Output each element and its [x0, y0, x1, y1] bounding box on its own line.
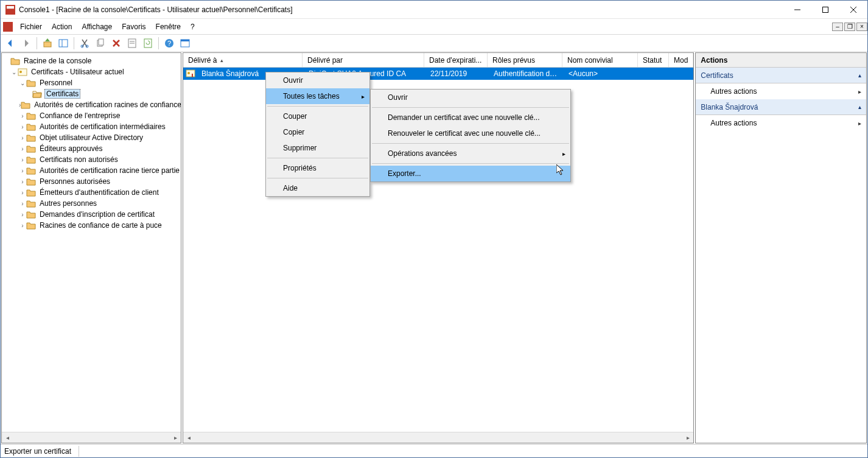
menu-fichier[interactable]: Fichier [15, 21, 47, 33]
ctx-separator [267, 158, 368, 158]
menu-fenetre[interactable]: Fenêtre [151, 21, 186, 33]
list-hscroll[interactable]: ◂▸ [183, 432, 693, 443]
close-button[interactable] [839, 1, 867, 19]
menu-action[interactable]: Action [47, 21, 77, 33]
cert-row[interactable]: Blanka Šnajdrová DigiCert SHA2 Assured I… [183, 68, 693, 80]
submenu-icon: ▸ [858, 120, 861, 127]
minimize-button[interactable] [783, 1, 811, 19]
actions-section-certificats[interactable]: Certificats▴ [696, 68, 866, 83]
ctx-separator [267, 178, 368, 178]
mdi-minimize-button[interactable]: – [832, 23, 843, 31]
tree-item[interactable]: ›Éditeurs approuvés [2, 143, 181, 154]
delete-button[interactable] [109, 37, 124, 50]
tree-item[interactable]: ›Racines de confiance de carte à puce [2, 220, 181, 231]
tree-item[interactable]: ›Confiance de l'entreprise [2, 110, 181, 121]
context-menu-primary: Ouvrir Toutes les tâches Couper Copier S… [265, 72, 370, 197]
mdi-restore-button[interactable]: ❐ [844, 23, 855, 31]
folder-icon [26, 133, 36, 142]
col-expiration[interactable]: Date d'expirati... [424, 53, 488, 67]
tree-certificats[interactable]: Certificats [2, 88, 181, 99]
mdi-close-button[interactable]: × [856, 23, 867, 31]
folder-icon [26, 155, 36, 164]
actions-item-autres-2[interactable]: Autres actions▸ [696, 115, 866, 131]
actions-item-label: Autres actions [710, 119, 757, 127]
tree-hscroll[interactable]: ◂▸ [2, 432, 181, 443]
tree-item-label: Éditeurs approuvés [38, 144, 103, 153]
tree-personnel[interactable]: ⌄ Personnel [2, 77, 181, 88]
copy-button[interactable] [93, 37, 108, 50]
tree-item[interactable]: ›Objet utilisateur Active Directory [2, 132, 181, 143]
maximize-button[interactable] [811, 1, 839, 19]
toolbar: ? [1, 35, 867, 52]
properties-button[interactable] [125, 37, 139, 50]
refresh-button[interactable] [141, 37, 155, 50]
show-hide-tree-button[interactable] [56, 37, 71, 50]
ctx-sub-renouveler[interactable]: Renouveler le certificat avec une nouvel… [371, 125, 570, 141]
export-list-button[interactable] [178, 37, 192, 50]
ctx-copier[interactable]: Copier [266, 124, 369, 140]
tree-item-label: Personnes autorisées [38, 177, 111, 186]
tree-item[interactable]: ›Demandes d'inscription de certificat [2, 209, 181, 220]
svg-rect-1 [823, 7, 828, 12]
menubar: Fichier Action Affichage Favoris Fenêtre… [1, 19, 867, 35]
actions-pane-title: Actions [696, 53, 866, 68]
tree-item[interactable]: ›Certificats non autorisés [2, 154, 181, 165]
actions-pane: Actions Certificats▴ Autres actions▸ Bla… [695, 52, 867, 443]
tree-item[interactable]: ›Personnes autorisées [2, 176, 181, 187]
app-icon [5, 5, 15, 15]
tree-root[interactable]: Racine de la console [2, 55, 181, 66]
ctx-separator [372, 107, 569, 108]
col-statut[interactable]: Statut [638, 53, 669, 67]
ctx-sub-ouvrir[interactable]: Ouvrir [371, 90, 570, 105]
ctx-toutes-les-taches[interactable]: Toutes les tâches [266, 88, 369, 104]
folder-icon [21, 100, 30, 109]
folder-icon [26, 144, 36, 153]
tree-certs-user[interactable]: ⌄ Certificats - Utilisateur actuel [2, 66, 181, 77]
ctx-sub-demander[interactable]: Demander un certificat avec une nouvelle… [371, 110, 570, 125]
up-button[interactable] [40, 37, 55, 50]
actions-item-autres-1[interactable]: Autres actions▸ [696, 83, 866, 99]
list-header: Délivré à Délivré par Date d'expirati...… [183, 53, 693, 68]
folder-icon [26, 210, 36, 219]
folder-icon [26, 122, 36, 131]
tree-root-label: Racine de la console [23, 57, 93, 65]
tree-item[interactable]: ›Autorités de certification racines de c… [2, 99, 181, 110]
actions-section-subject[interactable]: Blanka Šnajdrová▴ [696, 99, 866, 115]
cell-nom: <Aucun> [564, 69, 639, 78]
menu-affichage[interactable]: Affichage [77, 21, 117, 33]
tree-item[interactable]: ›Autorités de certification intermédiair… [2, 121, 181, 132]
tree-item[interactable]: ›Autres personnes [2, 198, 181, 209]
col-modele[interactable]: Mod [669, 53, 693, 67]
col-delivre-par[interactable]: Délivré par [303, 53, 424, 67]
ctx-sub-avancees[interactable]: Opérations avancées [371, 146, 570, 161]
console-tree[interactable]: Racine de la console ⌄ Certificats - Uti… [2, 53, 181, 432]
ctx-ouvrir[interactable]: Ouvrir [266, 72, 369, 88]
ctx-separator [267, 106, 368, 107]
col-delivre-a[interactable]: Délivré à [183, 53, 303, 67]
col-nom-convivial[interactable]: Nom convivial [562, 53, 638, 67]
tree-item[interactable]: ›Émetteurs d'authentification de client [2, 187, 181, 198]
titlebar[interactable]: Console1 - [Racine de la console\Certifi… [1, 1, 867, 19]
svg-text:?: ? [167, 40, 171, 47]
actions-section-label: Certificats [701, 71, 733, 80]
tree-pane: Racine de la console ⌄ Certificats - Uti… [1, 52, 181, 443]
back-button[interactable] [3, 37, 18, 50]
ctx-couper[interactable]: Couper [266, 108, 369, 124]
status-text: Exporter un certificat [4, 446, 79, 457]
tree-item[interactable]: ›Autorités de certification racine tierc… [2, 165, 181, 176]
col-roles[interactable]: Rôles prévus [488, 53, 562, 67]
help-button[interactable]: ? [162, 37, 177, 50]
cut-button[interactable] [77, 37, 92, 50]
ctx-sub-exporter[interactable]: Exporter... [371, 166, 570, 181]
ctx-aide[interactable]: Aide [266, 180, 369, 196]
menu-favoris[interactable]: Favoris [117, 21, 150, 33]
ctx-supprimer[interactable]: Supprimer [266, 140, 369, 156]
ctx-proprietes[interactable]: Propriétés [266, 160, 369, 176]
menu-aide[interactable]: ? [186, 21, 200, 33]
tree-item-label: Autorités de certification racines de co… [33, 100, 181, 109]
svg-rect-5 [59, 40, 68, 47]
svg-rect-18 [181, 40, 189, 41]
folder-icon [26, 79, 36, 87]
forward-button[interactable] [19, 37, 33, 50]
folder-icon [26, 188, 36, 197]
